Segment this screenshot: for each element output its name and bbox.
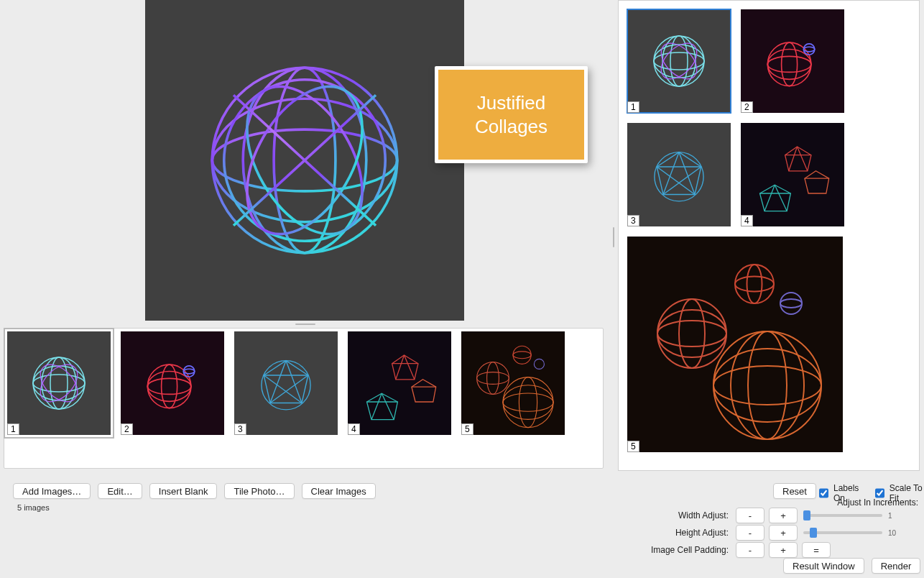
svg-point-46 <box>477 362 509 395</box>
thumb-label: 4 <box>348 423 360 435</box>
cell-label: 5 <box>627 441 639 452</box>
svg-point-82 <box>713 331 821 439</box>
svg-point-50 <box>513 352 531 359</box>
svg-point-20 <box>147 378 191 394</box>
svg-marker-66 <box>657 152 701 195</box>
sphere-icon <box>133 344 212 423</box>
svg-line-75 <box>798 147 808 171</box>
svg-line-80 <box>764 185 775 211</box>
preview-main-image[interactable] <box>145 0 464 321</box>
padding-plus-button[interactable]: + <box>769 542 798 558</box>
filmstrip-item[interactable]: 5 <box>461 331 565 435</box>
svg-line-35 <box>405 355 415 380</box>
svg-point-62 <box>767 50 811 80</box>
svg-point-45 <box>503 385 553 420</box>
render-button[interactable]: Render <box>872 558 921 574</box>
svg-point-57 <box>655 37 703 86</box>
svg-marker-26 <box>264 361 308 403</box>
svg-point-48 <box>487 362 499 395</box>
cell-label: 1 <box>627 101 639 113</box>
svg-marker-72 <box>785 147 811 171</box>
svg-point-91 <box>735 265 774 303</box>
padding-minus-button[interactable]: - <box>736 542 764 558</box>
width-slider[interactable] <box>803 514 882 517</box>
badge-line2: Collages <box>475 115 548 139</box>
svg-line-74 <box>789 147 798 171</box>
svg-point-65 <box>655 152 703 201</box>
scale-to-fit-input[interactable] <box>875 488 884 498</box>
reset-button[interactable]: Reset <box>773 483 816 499</box>
height-adjust-label: Height Adjust: <box>637 528 729 538</box>
clear-images-button[interactable]: Clear Images <box>302 483 376 499</box>
collage-cell[interactable]: 2 <box>741 9 844 113</box>
svg-point-58 <box>655 37 703 86</box>
svg-point-25 <box>262 361 310 410</box>
svg-point-42 <box>503 377 553 428</box>
filmstrip-item[interactable]: 1 <box>7 331 111 435</box>
icosahedra-icon <box>746 128 839 221</box>
edit-button[interactable]: Edit… <box>98 483 142 499</box>
filmstrip[interactable]: 1 2 3 <box>4 328 604 469</box>
svg-point-47 <box>477 372 509 385</box>
thumb-label: 1 <box>7 423 19 435</box>
badge-text: Justified Collages <box>438 70 584 160</box>
filmstrip-item[interactable]: 3 <box>234 331 338 435</box>
sphere-icon <box>643 25 715 97</box>
collage-cell[interactable]: 5 <box>627 237 843 452</box>
result-window-button[interactable]: Result Window <box>783 558 864 574</box>
collage-cell[interactable]: 4 <box>741 123 844 226</box>
svg-point-51 <box>534 359 544 369</box>
width-minus-button[interactable]: - <box>736 508 764 523</box>
collage-cell[interactable]: 3 <box>627 123 731 226</box>
sphere-icon <box>246 344 325 423</box>
svg-point-43 <box>503 393 553 411</box>
insert-blank-button[interactable]: Insert Blank <box>149 483 218 499</box>
increments-label: Adjust In Increments: <box>739 497 918 508</box>
cell-label: 4 <box>741 215 753 226</box>
horizontal-splitter[interactable] <box>0 322 611 326</box>
badge-line1: Justified <box>475 91 548 115</box>
sphere-icon <box>639 135 719 214</box>
cell-label: 2 <box>741 101 753 113</box>
svg-point-60 <box>767 56 811 72</box>
width-adjust-label: Width Adjust: <box>637 510 729 520</box>
status-text: 5 images <box>17 503 50 512</box>
svg-line-34 <box>396 355 405 380</box>
collage-cell[interactable]: 1 <box>627 9 731 113</box>
svg-point-90 <box>657 310 726 357</box>
add-images-button[interactable]: Add Images… <box>13 483 91 499</box>
height-minus-button[interactable]: - <box>736 525 764 541</box>
cell-label: 3 <box>627 215 639 226</box>
vertical-splitter[interactable] <box>611 0 616 474</box>
bottom-toolbar: Add Images… Edit… Insert Blank Tile Phot… <box>0 474 924 578</box>
labels-on-input[interactable] <box>819 488 828 498</box>
filmstrip-item[interactable]: 4 <box>348 331 451 435</box>
svg-point-93 <box>747 265 762 303</box>
svg-line-81 <box>775 185 787 211</box>
sphere-icon <box>23 347 95 419</box>
filmstrip-item[interactable]: 2 <box>121 331 224 435</box>
sphere-icon <box>186 42 423 279</box>
svg-point-44 <box>519 377 537 428</box>
tile-photo-button[interactable]: Tile Photo… <box>224 483 294 499</box>
preview-area: Justified Collages <box>0 0 611 324</box>
svg-marker-38 <box>367 393 398 419</box>
svg-point-86 <box>731 331 804 439</box>
cell-padding-label: Image Cell Padding: <box>637 545 729 555</box>
svg-marker-76 <box>805 171 829 193</box>
spheres-icon <box>627 237 843 452</box>
width-plus-button[interactable]: + <box>769 508 798 523</box>
padding-equals-button[interactable]: = <box>802 542 831 558</box>
icosahedra-icon <box>353 336 446 430</box>
svg-point-83 <box>713 366 821 405</box>
svg-point-95 <box>780 299 802 308</box>
height-plus-button[interactable]: + <box>769 525 798 541</box>
height-slider[interactable] <box>803 531 882 534</box>
svg-point-92 <box>735 277 774 292</box>
svg-point-49 <box>513 346 531 364</box>
svg-marker-78 <box>760 185 791 211</box>
svg-point-22 <box>147 372 191 402</box>
svg-point-12 <box>33 357 85 409</box>
svg-point-84 <box>748 331 787 439</box>
badge-card[interactable]: Justified Collages <box>435 66 588 163</box>
